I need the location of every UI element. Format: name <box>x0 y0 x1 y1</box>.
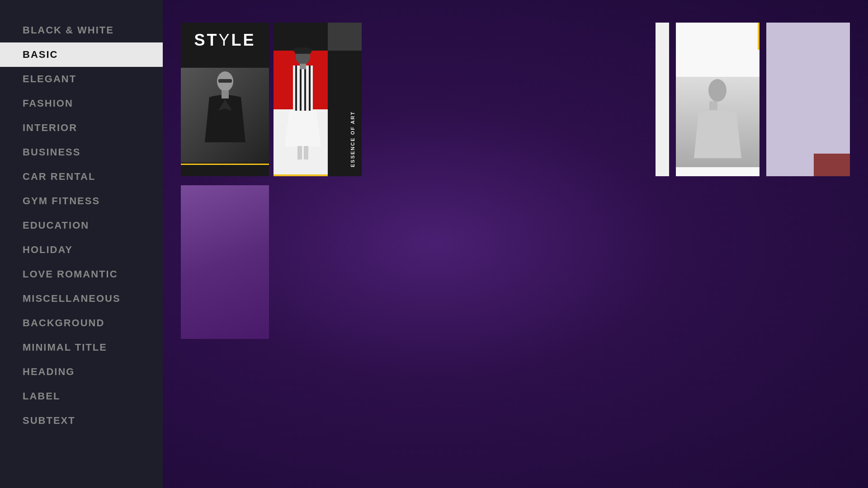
svg-point-14 <box>708 79 726 102</box>
svg-rect-13 <box>304 146 308 160</box>
fashion-silhouette <box>196 70 255 160</box>
sidebar-item-heading[interactable]: HEADING <box>0 360 163 384</box>
sidebar-item-subtext[interactable]: SUBTEXT <box>0 408 163 433</box>
right-white-figure <box>676 77 760 167</box>
main-content: STYLE <box>163 0 868 488</box>
svg-rect-15 <box>709 101 717 110</box>
card-style-image <box>181 68 269 163</box>
preview-row-2 <box>181 185 362 339</box>
purple-accent-bottom <box>814 154 850 176</box>
sidebar-item-fashion[interactable]: FASHION <box>0 91 163 116</box>
yellow-accent-top <box>758 23 760 50</box>
card-style[interactable]: STYLE <box>181 23 269 176</box>
right-cards <box>656 23 850 176</box>
svg-rect-12 <box>297 146 302 160</box>
sidebar-item-miscellaneous[interactable]: MISCELLANEOUS <box>0 286 163 311</box>
card-right-narrow[interactable] <box>656 23 669 176</box>
essence-fashion-figure <box>280 47 326 160</box>
sidebar-item-background[interactable]: BACKGROUND <box>0 311 163 335</box>
right-white-image <box>676 77 760 167</box>
sidebar-item-business[interactable]: BUSINESS <box>0 140 163 164</box>
svg-rect-8 <box>300 66 302 111</box>
sidebar-item-gym-fitness[interactable]: GYM FITNESS <box>0 189 163 213</box>
preview-row-1: STYLE <box>181 23 362 176</box>
card-style-title: STYLE <box>194 31 255 50</box>
card-purple[interactable] <box>181 185 269 339</box>
yellow-bar-bottom <box>274 174 328 176</box>
essence-text-vertical: ESSENCE OF ART <box>350 54 355 167</box>
sidebar-item-education[interactable]: EDUCATION <box>0 213 163 238</box>
sidebar-item-love-romantic[interactable]: LOVE ROMANTIC <box>0 262 163 286</box>
svg-rect-9 <box>304 66 306 111</box>
svg-rect-1 <box>218 79 232 83</box>
svg-rect-2 <box>222 90 229 99</box>
card-right-white[interactable] <box>676 23 760 176</box>
sidebar: BLACK & WHITEBASICELEGANTFASHIONINTERIOR… <box>0 0 163 488</box>
card-essence[interactable]: ESSENCE OF ART <box>274 23 362 176</box>
svg-rect-10 <box>309 66 311 111</box>
essence-figure <box>278 47 328 160</box>
svg-rect-11 <box>300 64 306 69</box>
sidebar-item-label[interactable]: LABEL <box>0 384 163 408</box>
sidebar-item-minimal-title[interactable]: MINIMAL TITLE <box>0 335 163 360</box>
dark-block <box>328 23 362 51</box>
sidebar-item-car-rental[interactable]: CAR RENTAL <box>0 164 163 189</box>
preview-area: STYLE <box>181 23 362 339</box>
sidebar-item-elegant[interactable]: ELEGANT <box>0 67 163 91</box>
sidebar-item-holiday[interactable]: HOLIDAY <box>0 238 163 262</box>
sidebar-item-interior[interactable]: INTERIOR <box>0 116 163 140</box>
card-right-purple[interactable] <box>766 23 850 176</box>
sidebar-item-basic[interactable]: BASIC <box>0 42 163 67</box>
svg-rect-5 <box>295 48 311 54</box>
yellow-line <box>181 164 269 165</box>
svg-rect-7 <box>295 66 297 111</box>
sidebar-item-black-white[interactable]: BLACK & WHITE <box>0 18 163 42</box>
